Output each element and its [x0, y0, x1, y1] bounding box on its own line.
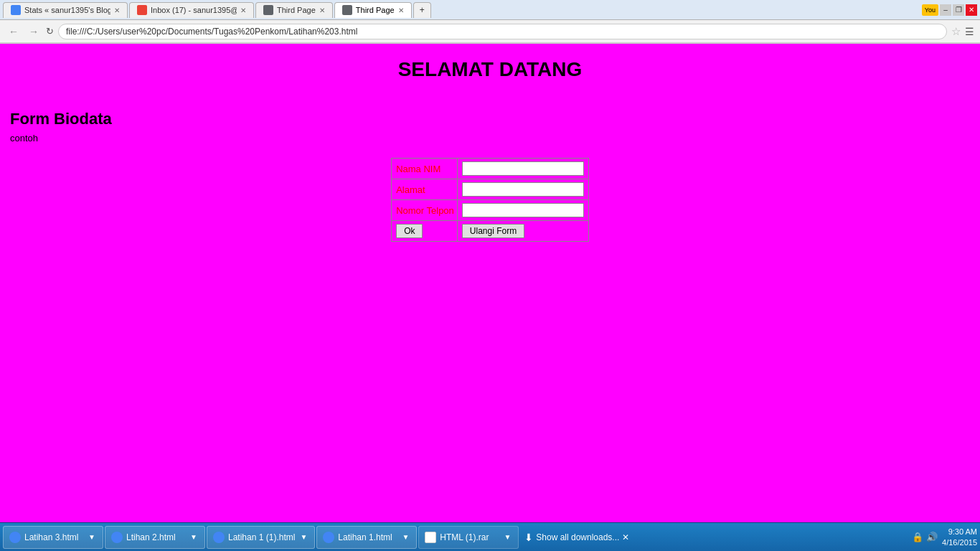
tab-third-page-1[interactable]: Third Page ✕: [255, 2, 333, 18]
tab1-label: Stats « sanur1395's Blog –: [24, 6, 110, 14]
forward-button[interactable]: →: [26, 24, 42, 39]
download-icon: ⬇: [524, 532, 533, 543]
maximize-button[interactable]: ❐: [953, 4, 964, 16]
tab1-close[interactable]: ✕: [114, 6, 120, 14]
taskbar-item-latihan1-1[interactable]: Latihan 1 (1).html ▼: [207, 526, 315, 549]
taskbar-arrow-1[interactable]: ▼: [87, 533, 97, 541]
taskbar-right: 🔒 🔊 9:30 AM 4/16/2015: [912, 527, 977, 547]
label-alamat: Alamat: [392, 179, 458, 200]
title-bar: Stats « sanur1395's Blog – ✕ Inbox (17) …: [0, 0, 980, 20]
ok-button[interactable]: Ok: [396, 224, 423, 238]
taskbar-label-3: Latihan 1 (1).html: [228, 532, 295, 542]
tab2-label: Inbox (17) - sanur1395@...: [151, 6, 237, 14]
input-cell-nama-nim: [457, 159, 588, 179]
menu-button[interactable]: ☰: [965, 26, 974, 37]
taskbar-item-rar[interactable]: HTML (1).rar ▼: [418, 526, 519, 549]
input-nama-nim[interactable]: [462, 161, 584, 176]
taskbar-label-4: Latihan 1.html: [338, 532, 397, 542]
input-alamat[interactable]: [462, 182, 584, 197]
tab2-close[interactable]: ✕: [240, 6, 246, 14]
tab3-favicon: [263, 5, 273, 15]
tab-gmail[interactable]: Inbox (17) - sanur1395@... ✕: [129, 2, 254, 18]
input-nomor-telpon[interactable]: [462, 203, 584, 217]
sys-tray: 🔒 🔊: [912, 532, 938, 542]
form-title: Form Biodata: [10, 110, 973, 128]
taskbar-item-latihan3[interactable]: Latihan 3.html ▼: [3, 526, 103, 549]
reset-cell: Ulangi Form: [457, 221, 588, 242]
tab-third-page-2[interactable]: Third Page ✕: [334, 2, 412, 18]
table-row: Nama NIM: [392, 159, 589, 179]
page-heading: SELAMAT DATANG: [7, 58, 973, 81]
tab4-favicon: [342, 5, 352, 15]
close-downloads[interactable]: ✕: [621, 532, 631, 542]
rar-label: HTML (1).rar: [440, 532, 499, 542]
tab2-favicon: [137, 5, 147, 15]
new-tab-button[interactable]: +: [413, 2, 431, 18]
new-tab-icon: +: [420, 5, 425, 15]
input-cell-nomor-telpon: [457, 200, 588, 221]
clock-time: 9:30 AM: [942, 527, 977, 537]
taskbar-item-ltihan2[interactable]: Ltihan 2.html ▼: [105, 526, 205, 549]
back-button[interactable]: ←: [6, 24, 22, 39]
chrome-icon-4: [323, 532, 334, 543]
taskbar-label-1: Latihan 3.html: [24, 532, 83, 542]
reset-button[interactable]: Ulangi Form: [462, 224, 524, 238]
taskbar-label-2: Ltihan 2.html: [126, 532, 185, 542]
window-controls: You – ❐ ✕: [922, 4, 977, 16]
biodata-table: Nama NIM Alamat Nomor Telpon Ok: [391, 158, 589, 242]
browser-chrome: Stats « sanur1395's Blog – ✕ Inbox (17) …: [0, 0, 980, 44]
page-content: SELAMAT DATANG Form Biodata contoh Nama …: [0, 44, 980, 474]
label-nomor-telpon: Nomor Telpon: [392, 200, 458, 221]
close-button[interactable]: ✕: [966, 4, 977, 16]
volume-icon: 🔊: [926, 532, 938, 542]
chrome-icon-3: [213, 532, 225, 543]
tab3-label: Third Page: [277, 6, 316, 14]
network-icon: 🔒: [912, 532, 923, 542]
taskbar-clock: 9:30 AM 4/16/2015: [942, 527, 977, 547]
address-bar: ← → ↻ ☆ ☰: [0, 20, 980, 43]
taskbar-arrow-3[interactable]: ▼: [298, 533, 308, 541]
show-downloads-button[interactable]: ⬇ Show all downloads...: [524, 532, 619, 543]
input-cell-alamat: [457, 179, 588, 200]
minimize-button[interactable]: –: [940, 4, 951, 16]
tab4-close[interactable]: ✕: [398, 6, 404, 14]
bookmark-button[interactable]: ☆: [951, 25, 961, 38]
table-row: Nomor Telpon: [392, 200, 589, 221]
taskbar-arrow-rar[interactable]: ▼: [502, 533, 512, 541]
taskbar-arrow-4[interactable]: ▼: [400, 533, 410, 541]
form-container: Nama NIM Alamat Nomor Telpon Ok: [7, 158, 973, 242]
button-row: Ok Ulangi Form: [392, 221, 589, 242]
reload-button[interactable]: ↻: [46, 26, 54, 37]
tab3-close[interactable]: ✕: [319, 6, 325, 14]
clock-date: 4/16/2015: [942, 537, 977, 547]
form-subtitle: contoh: [10, 133, 973, 143]
show-downloads-label: Show all downloads...: [536, 532, 619, 542]
taskbar-arrow-2[interactable]: ▼: [189, 533, 199, 541]
chrome-icon-2: [111, 532, 123, 543]
notification-button[interactable]: You: [922, 4, 938, 16]
chrome-icon-1: [9, 532, 21, 543]
taskbar: Latihan 3.html ▼ Ltihan 2.html ▼ Latihan…: [0, 522, 980, 551]
tab4-label: Third Page: [356, 6, 395, 14]
tab-stats[interactable]: Stats « sanur1395's Blog – ✕: [3, 2, 128, 18]
rar-icon: [425, 532, 436, 543]
tab1-favicon: [11, 5, 21, 15]
ok-cell: Ok: [392, 221, 458, 242]
table-row: Alamat: [392, 179, 589, 200]
url-input[interactable]: [58, 24, 947, 39]
label-nama-nim: Nama NIM: [392, 159, 458, 179]
taskbar-item-latihan1[interactable]: Latihan 1.html ▼: [316, 526, 417, 549]
